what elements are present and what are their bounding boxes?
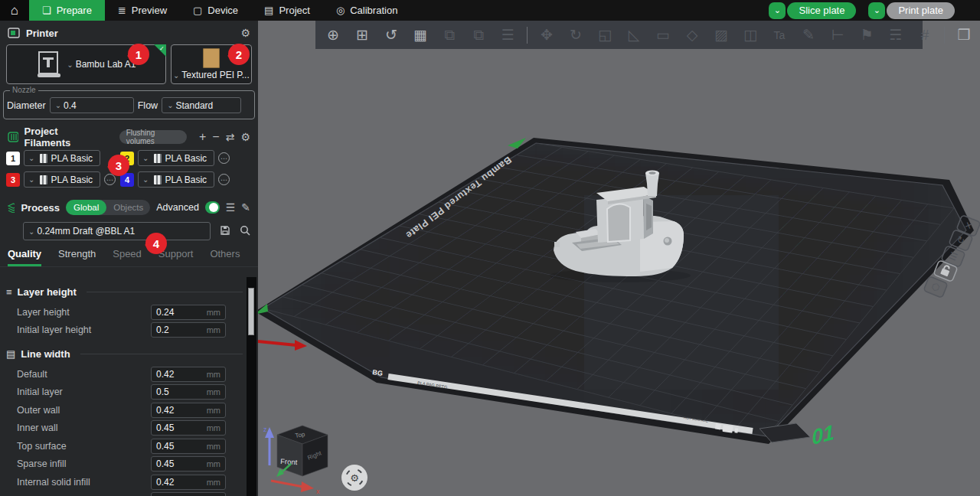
chevron-down-icon: ⌄ bbox=[142, 154, 149, 162]
scope-objects-button[interactable]: Objects bbox=[106, 203, 150, 212]
tab-label: Calibration bbox=[350, 5, 397, 16]
diameter-select[interactable]: ⌄ 0.4 bbox=[50, 97, 134, 113]
param-input-layer-height[interactable]: 0.24mm bbox=[151, 305, 226, 320]
param-value: 0.42 bbox=[156, 369, 207, 380]
assembly-view-icon[interactable]: ❒ bbox=[954, 25, 974, 45]
process-preset-select[interactable]: ⌄ 0.24mm Draft @BBL A1 bbox=[23, 222, 211, 240]
param-label: Internal solid infill bbox=[17, 477, 151, 488]
process-tab-quality[interactable]: Quality bbox=[8, 248, 41, 266]
filament-slot-1[interactable]: 1 bbox=[6, 152, 20, 165]
process-preset-value: 0.24mm Draft @BBL A1 bbox=[37, 226, 135, 237]
param-input-inner-wall[interactable]: 0.45mm bbox=[151, 420, 226, 436]
flow-select[interactable]: ⌄ Standard bbox=[162, 97, 241, 113]
param-label: Default bbox=[17, 369, 151, 380]
color-paint-icon[interactable]: ✎ bbox=[799, 25, 818, 45]
mirror-icon[interactable]: ◇ bbox=[682, 25, 702, 45]
param-input-outer-wall[interactable]: 0.42mm bbox=[151, 403, 226, 418]
param-input-support[interactable]: 0.42mm bbox=[151, 492, 226, 496]
filament-settings-gear-icon[interactable]: ⚙ bbox=[240, 131, 250, 143]
param-unit: mm bbox=[207, 406, 220, 415]
split-to-objects-icon[interactable]: ⧉ bbox=[439, 25, 459, 45]
param-input-initial-layer-height[interactable]: 0.2mm bbox=[151, 322, 226, 338]
add-object-icon[interactable]: ⊕ bbox=[323, 25, 343, 45]
param-input-initial-layer[interactable]: 0.5mm bbox=[151, 384, 226, 400]
rotate-icon[interactable]: ↻ bbox=[566, 25, 586, 45]
filament-menu-3[interactable]: ⋯ bbox=[104, 174, 116, 185]
filament-select-3[interactable]: ⌄PLA Basic bbox=[24, 171, 100, 188]
tab-device[interactable]: ▢Device bbox=[180, 0, 251, 21]
param-row: Support0.42mm bbox=[0, 491, 258, 496]
line-width-icon: ▤ bbox=[6, 348, 15, 360]
filament-select-4[interactable]: ⌄PLA Basic bbox=[138, 171, 214, 188]
printer-icon bbox=[8, 28, 20, 38]
filament-menu-2[interactable]: ⋯ bbox=[218, 152, 230, 164]
sidebar-scrollbar-thumb[interactable] bbox=[248, 288, 254, 335]
section-header: ≡Layer height bbox=[0, 280, 258, 303]
arrange-icon[interactable]: ▦ bbox=[410, 25, 430, 45]
calibration-icon: ◎ bbox=[336, 5, 345, 16]
tab-label: Device bbox=[207, 5, 238, 16]
tab-calibration[interactable]: ◎Calibration bbox=[323, 0, 411, 21]
process-section-title: Process bbox=[21, 202, 60, 214]
save-preset-icon[interactable] bbox=[220, 225, 230, 238]
measure-icon[interactable]: ⊢ bbox=[828, 25, 848, 45]
filament-select-2[interactable]: ⌄PLA Basic bbox=[138, 150, 214, 166]
param-tune-icon[interactable]: ✎ bbox=[241, 201, 250, 214]
process-tab-speed[interactable]: Speed bbox=[113, 248, 142, 266]
fill-color-icon[interactable]: ▨ bbox=[711, 25, 731, 45]
chevron-down-icon: ⌄ bbox=[173, 71, 179, 80]
param-unit: mm bbox=[207, 308, 220, 317]
remove-filament-button[interactable]: − bbox=[212, 130, 219, 144]
process-tab-others[interactable]: Others bbox=[210, 248, 240, 266]
process-tab-strength[interactable]: Strength bbox=[58, 248, 96, 266]
search-preset-icon[interactable] bbox=[240, 225, 250, 238]
fuzzy-skin-icon[interactable]: # bbox=[915, 25, 935, 45]
param-input-sparse-infill[interactable]: 0.45mm bbox=[151, 456, 226, 472]
param-unit: mm bbox=[207, 387, 220, 396]
param-list-icon[interactable]: ☰ bbox=[226, 201, 236, 214]
param-label: Top surface bbox=[17, 441, 151, 452]
auto-orient-icon[interactable]: ↺ bbox=[381, 25, 401, 45]
add-plate-icon[interactable]: ⊞ bbox=[352, 25, 372, 45]
slice-plate-dropdown[interactable]: ⌄ bbox=[769, 2, 786, 19]
advanced-toggle[interactable] bbox=[205, 201, 220, 214]
move-icon[interactable]: ✥ bbox=[537, 25, 557, 45]
split-cube-icon[interactable]: ◫ bbox=[740, 25, 760, 45]
preset-row: ⌄ 0.24mm Draft @BBL A1 bbox=[0, 217, 258, 240]
print-plate-dropdown[interactable]: ⌄ bbox=[868, 2, 885, 19]
filament-menu-4[interactable]: ⋯ bbox=[218, 174, 230, 185]
param-input-internal-solid-infill[interactable]: 0.42mm bbox=[151, 475, 226, 490]
seam-paint-icon[interactable]: ⚑ bbox=[857, 25, 877, 45]
tab-project[interactable]: ▤Project bbox=[251, 0, 323, 21]
param-value: 0.45 bbox=[156, 441, 207, 452]
cut-icon[interactable]: ▭ bbox=[653, 25, 673, 45]
annotation-badge-3: 3 bbox=[108, 155, 129, 176]
text-tool-icon[interactable]: Ta bbox=[769, 25, 789, 45]
param-input-top-surface[interactable]: 0.45mm bbox=[151, 439, 226, 454]
printer-settings-gear-icon[interactable]: ⚙ bbox=[240, 27, 250, 39]
split-to-parts-icon[interactable]: ⧉ bbox=[469, 25, 488, 45]
scale-icon[interactable]: ◱ bbox=[595, 25, 615, 45]
tab-prepare[interactable]: ❏Prepare bbox=[29, 0, 105, 21]
scope-global-button[interactable]: Global bbox=[66, 200, 106, 215]
support-paint-icon[interactable]: ☴ bbox=[886, 25, 906, 45]
filament-select-1[interactable]: ⌄PLA Basic bbox=[24, 150, 100, 166]
param-value: 0.45 bbox=[156, 458, 207, 469]
filament-slot-3[interactable]: 3 bbox=[6, 173, 20, 187]
param-label: Initial layer bbox=[17, 387, 151, 397]
param-row: Layer height0.24mm bbox=[0, 303, 258, 321]
slice-plate-button[interactable]: Slice plate bbox=[787, 2, 856, 19]
filament-material: PLA Basic bbox=[51, 153, 93, 164]
viewport-settings-button[interactable]: ⚙ bbox=[341, 465, 368, 491]
sidebar-scrollbar[interactable] bbox=[247, 277, 256, 496]
sync-filament-icon[interactable]: ⇄ bbox=[226, 131, 235, 143]
tab-preview[interactable]: ≣Preview bbox=[105, 0, 180, 21]
place-on-face-icon[interactable]: ◺ bbox=[624, 25, 644, 45]
flushing-volumes-button[interactable]: Flushing volumes bbox=[119, 130, 187, 144]
param-input-default[interactable]: 0.42mm bbox=[151, 367, 226, 382]
variable-layer-height-icon[interactable]: ☰ bbox=[498, 25, 518, 45]
add-filament-button[interactable]: + bbox=[199, 130, 206, 144]
param-label: Sparse infill bbox=[17, 458, 151, 469]
home-button[interactable]: ⌂ bbox=[0, 0, 29, 21]
print-plate-button[interactable]: Print plate bbox=[887, 2, 955, 19]
